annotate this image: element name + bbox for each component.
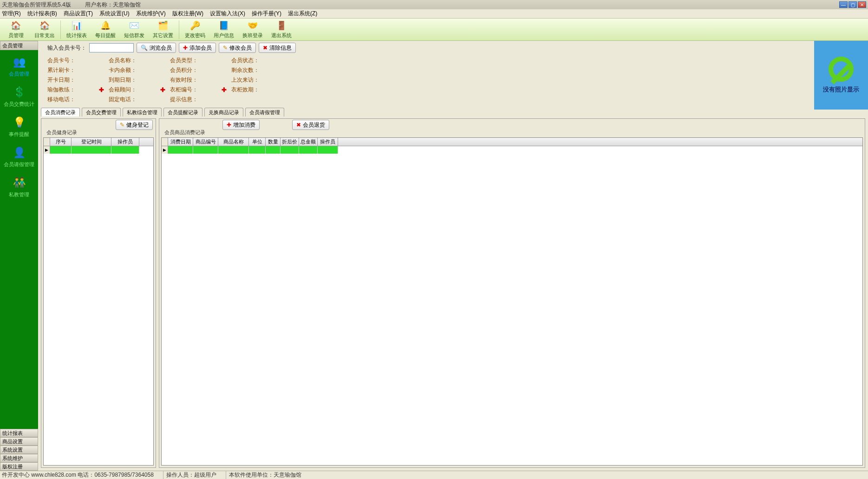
titlebar: 天意瑜伽会所管理系统5.4版 用户名称： 天意瑜伽馆 — ▢ ✕	[0, 0, 868, 9]
info-field: 累计刷卡：	[47, 66, 104, 74]
card-input-label: 输入会员卡号：	[47, 44, 86, 52]
grid-cell[interactable]	[266, 146, 281, 154]
sidebar-category-系统设置[interactable]: 系统设置	[0, 446, 38, 454]
info-field: 瑜伽教练：✚	[47, 86, 104, 94]
column-header[interactable]: 消费日期	[168, 138, 193, 146]
grid-cell[interactable]	[168, 146, 193, 154]
search-row: 输入会员卡号： 🔍浏览会员 ✚添加会员 ✎修改会员 ✖清除信息	[38, 41, 868, 55]
menu-item[interactable]: 版权注册(W)	[172, 10, 203, 18]
sidebar-item-会员交费统计[interactable]: 💲会员交费统计	[0, 84, 38, 112]
menu-item[interactable]: 管理(R)	[2, 10, 21, 18]
tab-row: 会员消费记录会员交费管理私教综合管理会员提醒记录兑换商品记录会员请假管理	[38, 107, 868, 117]
tab-会员交费管理[interactable]: 会员交费管理	[82, 108, 121, 117]
info-field: 衣柜效期：	[231, 86, 288, 94]
grid-cell[interactable]	[50, 146, 72, 154]
fitness-grid[interactable]: 序号登记时间操作员 ▶	[43, 137, 154, 466]
plus-icon[interactable]: ✚	[222, 86, 227, 93]
consumption-grid[interactable]: 消费日期商品编号商品名称单位数量折后价总金额操作员 ▶	[161, 137, 863, 466]
column-header[interactable]: 单位	[249, 138, 266, 146]
grid-cell[interactable]	[281, 146, 299, 154]
info-field: 开卡日期：	[47, 76, 104, 84]
menubar: 管理(R)统计报表(B)商品设置(T)系统设置(U)系统维护(V)版权注册(W)…	[0, 9, 868, 19]
toolbar-label: 用户信息	[214, 32, 234, 39]
sidebar-label: 会员交费统计	[4, 101, 34, 108]
add-member-button[interactable]: ✚添加会员	[179, 43, 216, 53]
info-field: 移动电话：	[47, 96, 104, 104]
edit-member-button[interactable]: ✎修改会员	[219, 43, 256, 53]
menu-item[interactable]: 统计报表(B)	[27, 10, 57, 18]
grid-cell[interactable]	[218, 146, 249, 154]
statusbar: 件开发中心 www.chle828.com 电话：0635-7987985/73…	[0, 471, 868, 479]
toolbar-短信群发[interactable]: ✉️短信群发	[120, 19, 148, 40]
add-consumption-button[interactable]: ✚增加消费	[222, 120, 260, 130]
menu-item[interactable]: 商品设置(T)	[64, 10, 93, 18]
column-header[interactable]: 商品名称	[218, 138, 249, 146]
sidebar-icon: 👤	[13, 146, 26, 159]
clear-info-button[interactable]: ✖清除信息	[259, 43, 296, 53]
menu-item[interactable]: 设置输入法(X)	[210, 10, 245, 18]
sidebar-item-会员管理[interactable]: 👥会员管理	[0, 54, 38, 82]
consumption-record-panel: ✚增加消费 ✖会员退货 会员商品消费记录 消费日期商品编号商品名称单位数量折后价…	[159, 118, 865, 468]
toolbar-其它设置[interactable]: 🗂️其它设置	[149, 19, 177, 40]
column-header[interactable]: 序号	[50, 138, 72, 146]
plus-icon[interactable]: ✚	[99, 86, 104, 93]
toolbar-用户信息[interactable]: 📘用户信息	[210, 19, 238, 40]
tab-会员请假管理[interactable]: 会员请假管理	[245, 108, 284, 117]
toolbar-每日提醒[interactable]: 🔔每日提醒	[91, 19, 119, 40]
fitness-register-button[interactable]: ✎健身登记	[116, 120, 153, 130]
forbidden-icon	[829, 57, 854, 82]
grid-cell[interactable]	[193, 146, 218, 154]
tab-私教综合管理[interactable]: 私教综合管理	[123, 108, 162, 117]
info-field: 会员状态：	[231, 57, 288, 65]
column-header[interactable]: 总金额	[299, 138, 318, 146]
sidebar-category-版权注册[interactable]: 版权注册	[0, 462, 38, 471]
toolbar-更改密码[interactable]: 🔑更改密码	[181, 19, 209, 40]
minimize-button[interactable]: —	[839, 1, 848, 8]
column-header[interactable]: 操作员	[111, 138, 139, 146]
column-header[interactable]: 操作员	[318, 138, 338, 146]
plus-icon[interactable]: ✚	[160, 86, 165, 93]
menu-item[interactable]: 系统维护(V)	[136, 10, 166, 18]
toolbar-退出系统[interactable]: 🚪退出系统	[268, 19, 295, 40]
no-photo-placeholder: 没有照片显示	[814, 41, 868, 110]
grid-cell[interactable]	[111, 146, 139, 154]
sidebar-category-统计报表[interactable]: 统计报表	[0, 429, 38, 437]
plus-icon: ✚	[183, 45, 188, 51]
menu-item[interactable]: 系统设置(U)	[99, 10, 130, 18]
menu-item[interactable]: 操作手册(Y)	[252, 10, 281, 18]
browse-member-button[interactable]: 🔍浏览会员	[137, 43, 176, 53]
tab-兑换商品记录[interactable]: 兑换商品记录	[204, 108, 243, 117]
menu-item[interactable]: 退出系统(Z)	[288, 10, 317, 18]
sidebar-item-事件提醒[interactable]: 💡事件提醒	[0, 114, 38, 142]
grid-cell[interactable]	[299, 146, 318, 154]
toolbar-icon: 📊	[71, 20, 82, 31]
grid-cell[interactable]	[318, 146, 338, 154]
toolbar-日常支出[interactable]: 🏠日常支出	[31, 19, 59, 40]
tab-会员提醒记录[interactable]: 会员提醒记录	[163, 108, 202, 117]
column-header[interactable]: 商品编号	[193, 138, 218, 146]
toolbar-员管理[interactable]: 🏠员管理	[2, 19, 30, 40]
grid-cell[interactable]	[72, 146, 111, 154]
toolbar-icon: 🔑	[189, 20, 201, 31]
maximize-button[interactable]: ▢	[848, 1, 857, 8]
toolbar-统计报表[interactable]: 📊统计报表	[63, 19, 91, 40]
card-number-input[interactable]	[89, 43, 134, 52]
info-field: 会员卡号：	[47, 57, 104, 65]
tab-会员消费记录[interactable]: 会员消费记录	[41, 108, 80, 117]
column-header[interactable]: 登记时间	[72, 138, 111, 146]
sidebar-label: 会员管理	[9, 71, 29, 78]
toolbar-换班登录[interactable]: 🤝换班登录	[239, 19, 267, 40]
toolbar-icon: 📘	[218, 20, 229, 31]
sidebar-item-私教管理[interactable]: 👬私教管理	[0, 175, 38, 203]
plus-icon: ✚	[227, 122, 231, 128]
member-return-button[interactable]: ✖会员退货	[292, 120, 329, 130]
sidebar-icon: 💡	[13, 116, 26, 129]
close-button[interactable]: ✕	[858, 1, 866, 8]
sidebar-category-系统维护[interactable]: 系统维护	[0, 454, 38, 462]
sidebar-category-商品设置[interactable]: 商品设置	[0, 437, 38, 446]
info-field: 剩余次数：	[231, 66, 288, 74]
column-header[interactable]: 折后价	[281, 138, 299, 146]
grid-cell[interactable]	[249, 146, 266, 154]
sidebar-item-会员请假管理[interactable]: 👤会员请假管理	[0, 144, 38, 173]
column-header[interactable]: 数量	[266, 138, 281, 146]
